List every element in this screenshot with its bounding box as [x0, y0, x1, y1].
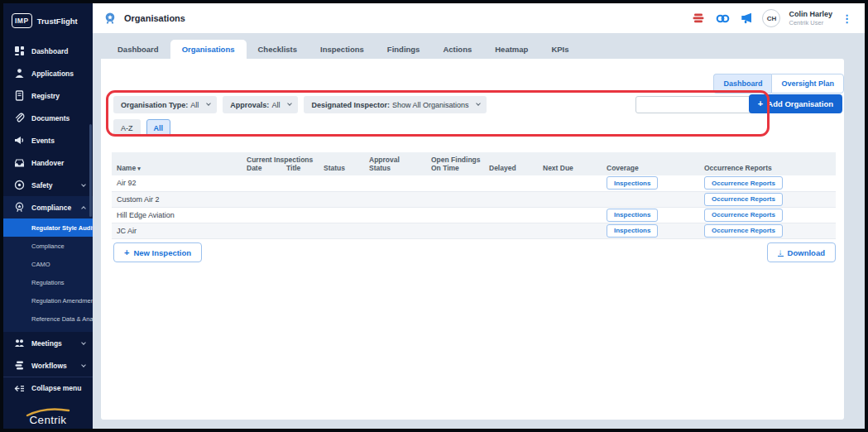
- org-name[interactable]: Air 92: [112, 175, 242, 191]
- sidebar-subitem-camo[interactable]: CAMO: [3, 255, 93, 273]
- filter-label: Organisation Type:: [121, 101, 188, 109]
- new-inspection-label: New Inspection: [133, 248, 191, 257]
- column-header-status[interactable]: Status: [319, 164, 364, 175]
- oversight-plan-button[interactable]: Oversight Plan: [771, 74, 844, 94]
- organisations-table: Current Inspections Approval Open Findin…: [112, 152, 836, 239]
- filter-bar: Organisation Type: All Approvals: All De…: [113, 96, 487, 113]
- az-sort-button[interactable]: A-Z: [113, 119, 141, 137]
- sidebar-item-meetings[interactable]: Meetings: [3, 332, 93, 354]
- table-row[interactable]: Air 92 Inspections Occurrence Reports: [112, 175, 836, 191]
- new-inspection-button[interactable]: + New Inspection: [113, 242, 202, 262]
- alpha-filter-group: A-Z All: [113, 119, 170, 137]
- search-input[interactable]: [636, 98, 746, 114]
- column-header-on-time[interactable]: On Time: [426, 164, 484, 175]
- imp-logo-badge: IMP: [12, 13, 32, 28]
- app-window: IMP TrustFlight Dashboard Applications R…: [3, 3, 865, 429]
- tab-heatmap[interactable]: Heatmap: [483, 40, 540, 59]
- download-icon: ↓: [778, 248, 784, 257]
- table-row[interactable]: JC Air Inspections Occurrence Reports: [112, 223, 836, 238]
- chevron-down-icon: [81, 362, 86, 367]
- subitem-label: Regulator Style Audits: [31, 224, 93, 232]
- occurrence-reports-button[interactable]: Occurrence Reports: [704, 209, 783, 222]
- paperclip-icon: [14, 113, 25, 123]
- table-row[interactable]: Hill Edge Aviation Inspections Occurrenc…: [112, 207, 836, 223]
- rosette-icon: [14, 202, 25, 213]
- link-icon[interactable]: [714, 10, 731, 26]
- column-header-date[interactable]: Date: [242, 164, 281, 175]
- sidebar-subitem-regulations[interactable]: Regulations: [3, 273, 93, 291]
- occurrence-reports-button[interactable]: Occurrence Reports: [704, 224, 783, 238]
- tab-organisations[interactable]: Organisations: [170, 40, 247, 59]
- sidebar-scrollbar[interactable]: [89, 124, 92, 217]
- view-toggle-group: Dashboard Oversight Plan: [713, 74, 844, 94]
- user-info[interactable]: Colin Harley Centrik User: [789, 10, 832, 27]
- collapse-menu-button[interactable]: Collapse menu: [3, 377, 93, 399]
- column-header-next-due[interactable]: Next Due: [538, 164, 602, 175]
- sidebar-item-safety[interactable]: Safety: [3, 174, 93, 196]
- org-name[interactable]: Custom Air 2: [112, 191, 242, 207]
- sidebar-subitem-regulator-style-audits[interactable]: Regulator Style Audits: [3, 218, 93, 237]
- tab-checklists[interactable]: Checklists: [247, 40, 309, 59]
- occurrence-reports-button[interactable]: Occurrence Reports: [704, 176, 783, 190]
- tab-dashboard[interactable]: Dashboard: [106, 40, 170, 59]
- subitem-label: Regulation Amendments: [31, 297, 93, 305]
- chevron-down-icon: [207, 101, 212, 106]
- download-button[interactable]: ↓ Download: [767, 242, 836, 262]
- sidebar-item-applications[interactable]: Applications: [3, 62, 93, 84]
- organisation-type-filter[interactable]: Organisation Type: All: [113, 96, 217, 113]
- column-header-coverage[interactable]: Coverage: [602, 164, 699, 175]
- sidebar-item-label: Safety: [31, 181, 53, 190]
- organisations-panel: Dashboard Oversight Plan Organisation Ty…: [101, 59, 844, 420]
- subitem-label: Compliance: [31, 242, 65, 250]
- dashboard-view-button[interactable]: Dashboard: [713, 74, 771, 94]
- occurrence-reports-button[interactable]: Occurrence Reports: [704, 193, 783, 206]
- page-title: Organisations: [124, 13, 185, 23]
- column-header-name[interactable]: Name▾: [112, 164, 242, 175]
- sidebar-item-registry[interactable]: Registry: [3, 84, 93, 107]
- org-name[interactable]: Hill Edge Aviation: [112, 207, 242, 223]
- group-header-current-inspections: Current Inspections: [242, 152, 364, 164]
- sidebar-item-compliance[interactable]: Compliance: [3, 196, 93, 218]
- user-avatar[interactable]: CH: [762, 9, 780, 27]
- subitem-label: Reference Data & Ana...: [31, 315, 93, 323]
- sidebar-subitem-regulation-amendments[interactable]: Regulation Amendments: [3, 291, 93, 310]
- alerts-icon[interactable]: [690, 10, 707, 26]
- sidebar-subitem-compliance[interactable]: Compliance: [3, 237, 93, 255]
- sidebar-item-workflows[interactable]: Workflows: [3, 354, 93, 377]
- designated-inspector-filter[interactable]: Designated Inspector: Show All Organisat…: [304, 96, 487, 113]
- sidebar-item-events[interactable]: Events: [3, 129, 93, 151]
- inspections-button[interactable]: Inspections: [607, 209, 658, 222]
- filter-value: All: [190, 101, 199, 109]
- column-header-approval-status[interactable]: Status: [364, 164, 426, 175]
- inspections-button[interactable]: Inspections: [607, 224, 658, 238]
- column-header-delayed[interactable]: Delayed: [484, 164, 538, 175]
- filter-value: Show All Organisations: [392, 101, 469, 109]
- app-logo: IMP TrustFlight: [3, 3, 93, 36]
- table-row[interactable]: Custom Air 2 Occurrence Reports: [112, 191, 836, 207]
- add-organisation-label: Add Organisation: [767, 99, 833, 108]
- inspections-button[interactable]: Inspections: [607, 176, 658, 190]
- meetings-people-icon: [14, 338, 25, 348]
- plus-icon: +: [758, 99, 763, 108]
- megaphone-icon[interactable]: [738, 10, 755, 26]
- tab-findings[interactable]: Findings: [376, 40, 432, 59]
- column-header-title[interactable]: Title: [281, 164, 319, 175]
- kebab-menu-icon[interactable]: ⋮: [840, 12, 854, 25]
- tab-bar: Dashboard Organisations Checklists Inspe…: [93, 33, 865, 59]
- table-column-header-row: Name▾ Date Title Status Status On Time D…: [112, 164, 836, 175]
- org-name[interactable]: JC Air: [112, 223, 242, 238]
- tab-inspections[interactable]: Inspections: [309, 40, 376, 59]
- filter-label: Approvals:: [230, 101, 269, 109]
- sidebar-item-dashboard[interactable]: Dashboard: [3, 40, 93, 62]
- add-organisation-button[interactable]: + Add Organisation: [749, 94, 842, 113]
- tab-kpis[interactable]: KPIs: [540, 40, 580, 59]
- tab-actions[interactable]: Actions: [431, 40, 483, 59]
- sidebar-subitem-reference-data[interactable]: Reference Data & Ana...: [3, 310, 93, 328]
- column-header-occurrence-reports[interactable]: Occurrence Reports: [699, 164, 836, 175]
- all-filter-button[interactable]: All: [146, 119, 171, 137]
- approvals-filter[interactable]: Approvals: All: [223, 96, 298, 113]
- sidebar-item-documents[interactable]: Documents: [3, 107, 93, 129]
- sidebar-item-handover[interactable]: Handover: [3, 151, 93, 174]
- filter-value: All: [271, 101, 280, 109]
- organisations-rosette-icon: [103, 12, 117, 25]
